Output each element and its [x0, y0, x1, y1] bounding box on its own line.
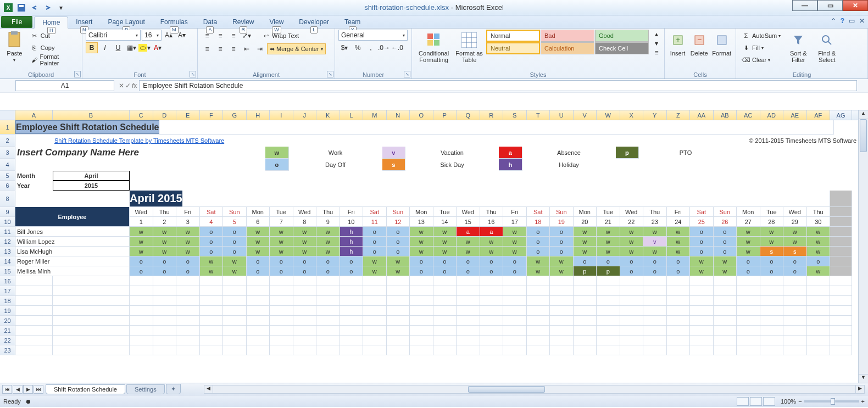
first-sheet-icon[interactable]: ⏮ — [2, 385, 12, 394]
clear-button[interactable]: ⌫Clear▾ — [739, 54, 783, 66]
shift-cell[interactable]: w — [760, 227, 784, 237]
shift-cell[interactable]: o — [340, 256, 364, 266]
col-header[interactable]: D — [153, 110, 177, 120]
fill-color-button[interactable]: ⬭▾ — [138, 42, 151, 53]
shift-cell[interactable]: w — [130, 237, 153, 247]
shift-cell[interactable]: w — [176, 247, 200, 256]
row-header[interactable]: 1 — [0, 120, 15, 135]
shift-cell[interactable]: o — [293, 266, 317, 276]
shift-cell[interactable]: o — [223, 237, 247, 247]
align-bottom-icon[interactable]: ≡ — [227, 30, 240, 41]
shift-cell[interactable]: w — [597, 227, 620, 237]
hscroll-right-icon[interactable]: ▶ — [855, 385, 864, 393]
tab-team[interactable]: TeamY — [337, 16, 368, 28]
merge-center-button[interactable]: ⬌Merge & Center▾ — [267, 43, 326, 54]
alignment-launcher-icon[interactable]: ⤡ — [327, 71, 333, 77]
zoom-in-icon[interactable]: + — [861, 398, 865, 405]
shift-cell[interactable]: o — [807, 256, 831, 266]
font-size-combo[interactable]: 16▾ — [142, 30, 162, 41]
col-header[interactable]: K — [316, 110, 340, 120]
shift-cell[interactable]: o — [714, 247, 737, 256]
shift-cell[interactable]: h — [340, 247, 364, 256]
row-header[interactable]: 8 — [0, 191, 15, 207]
shift-cell[interactable]: p — [574, 266, 597, 276]
new-sheet-icon[interactable]: ✦ — [166, 384, 181, 394]
shift-cell[interactable]: o — [503, 266, 527, 276]
shift-cell[interactable]: w — [293, 237, 317, 247]
employee-name[interactable]: Roger Miller — [15, 256, 130, 266]
shift-cell[interactable]: a — [480, 227, 504, 237]
shift-cell[interactable]: w — [293, 247, 317, 256]
shift-cell[interactable]: w — [200, 266, 224, 276]
row-header[interactable]: 14 — [0, 256, 15, 266]
shift-cell[interactable]: w — [247, 247, 270, 256]
shift-cell[interactable]: w — [714, 266, 737, 276]
style-normal[interactable]: Normal — [486, 30, 540, 42]
conditional-formatting-button[interactable]: Conditional Formatting — [415, 30, 452, 66]
row-header[interactable]: 12 — [0, 237, 15, 247]
shift-cell[interactable]: w — [690, 256, 714, 266]
shift-cell[interactable]: w — [480, 237, 504, 247]
shift-cell[interactable]: w — [620, 227, 644, 237]
shift-cell[interactable]: w — [643, 247, 667, 256]
shift-cell[interactable]: w — [480, 247, 504, 256]
shift-cell[interactable]: w — [433, 227, 457, 237]
shift-cell[interactable]: o — [527, 237, 550, 247]
shift-cell[interactable]: o — [130, 266, 153, 276]
employee-name[interactable]: Lisa McHugh — [15, 247, 130, 256]
minimize-ribbon-icon[interactable]: ⌃ — [831, 17, 836, 25]
shift-cell[interactable]: o — [760, 256, 784, 266]
vertical-scrollbar[interactable]: ▲ ▼ — [858, 110, 868, 383]
scroll-down-icon[interactable]: ▼ — [859, 374, 868, 383]
shift-cell[interactable]: p — [597, 266, 620, 276]
increase-decimal-icon[interactable]: .0→ — [378, 42, 390, 53]
shift-cell[interactable]: o — [270, 256, 293, 266]
row-header[interactable]: 9 — [0, 207, 15, 217]
row-header[interactable]: 5 — [0, 171, 15, 181]
shift-cell[interactable]: w — [176, 237, 200, 247]
font-color-button[interactable]: A▾ — [152, 42, 164, 53]
shift-cell[interactable]: s — [783, 247, 807, 256]
col-header[interactable]: Q — [457, 110, 480, 120]
col-header[interactable]: J — [293, 110, 317, 120]
border-button[interactable]: ▦▾ — [125, 42, 137, 53]
row-header[interactable]: 6 — [0, 181, 15, 191]
month-value[interactable]: April — [53, 171, 130, 181]
last-sheet-icon[interactable]: ⏭ — [34, 385, 43, 394]
shift-cell[interactable]: w — [620, 237, 644, 247]
page-break-view-icon[interactable] — [763, 397, 775, 406]
shift-cell[interactable]: w — [527, 256, 550, 266]
shift-cell[interactable]: o — [130, 256, 153, 266]
shift-cell[interactable]: o — [363, 237, 387, 247]
decrease-font-icon[interactable]: A▾ — [176, 30, 188, 41]
scroll-up-icon[interactable]: ▲ — [859, 110, 868, 119]
shift-cell[interactable]: w — [433, 237, 457, 247]
col-header[interactable]: R — [480, 110, 504, 120]
hscroll-left-icon[interactable]: ◀ — [204, 385, 213, 393]
col-header[interactable]: AA — [690, 110, 714, 120]
decrease-decimal-icon[interactable]: ←.0 — [391, 42, 403, 53]
shift-cell[interactable]: o — [200, 227, 224, 237]
shift-cell[interactable]: w — [503, 227, 527, 237]
shift-cell[interactable]: o — [667, 256, 691, 266]
shift-cell[interactable]: o — [387, 247, 410, 256]
delete-cells-button[interactable]: −Delete — [689, 30, 709, 66]
row-header[interactable]: 15 — [0, 266, 15, 276]
shift-cell[interactable]: o — [433, 266, 457, 276]
col-header[interactable]: B — [53, 110, 130, 120]
normal-view-icon[interactable] — [737, 397, 749, 406]
comma-format-icon[interactable]: , — [365, 42, 377, 53]
style-good[interactable]: Good — [595, 30, 649, 42]
shift-cell[interactable]: o — [316, 266, 340, 276]
tab-review[interactable]: ReviewR — [225, 16, 261, 28]
shift-cell[interactable]: o — [293, 256, 317, 266]
company-name[interactable]: Insert Company Name Here — [17, 147, 139, 158]
sort-filter-button[interactable]: Sort & Filter — [785, 30, 811, 66]
shift-cell[interactable]: w — [807, 266, 831, 276]
shift-cell[interactable]: w — [247, 227, 270, 237]
shift-cell[interactable]: o — [223, 247, 247, 256]
shift-cell[interactable]: w — [457, 247, 480, 256]
col-header[interactable]: F — [200, 110, 224, 120]
close-button[interactable]: ✕ — [843, 0, 868, 11]
styles-more-icon[interactable]: ≡ — [652, 48, 661, 57]
